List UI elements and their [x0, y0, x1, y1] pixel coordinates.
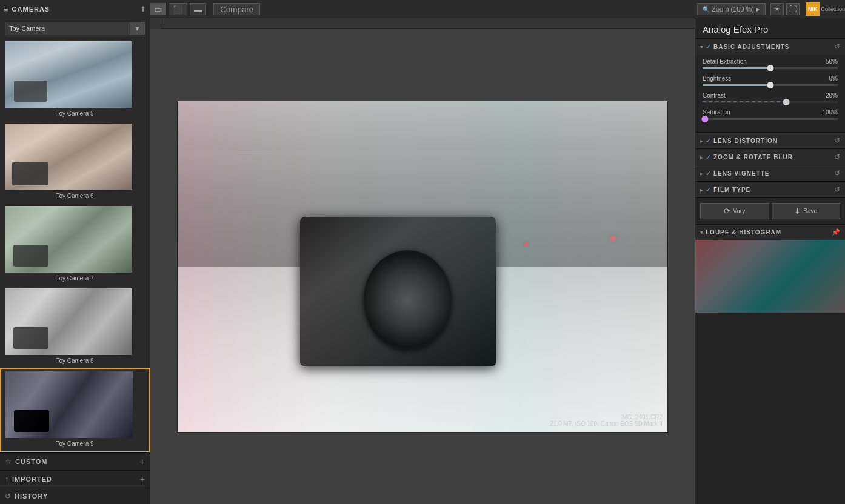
loupe-label: LOUPE & HISTOGRAM [706, 229, 832, 236]
custom-icon: ☆ [5, 457, 12, 466]
preset-thumb-cam5 [5, 41, 132, 108]
slider-contrast-handle[interactable] [783, 99, 790, 105]
slider-contrast-track[interactable] [703, 101, 838, 103]
zoom-display: 🔍 Zoom (100 %) ▸ [697, 3, 766, 15]
action-bar: ⟳ Vary ⬇ Save [695, 198, 845, 224]
slider-saturation-track[interactable] [703, 118, 838, 120]
view-split-h-btn[interactable]: ▬ [190, 3, 206, 15]
reset-basic-icon[interactable]: ↺ [834, 42, 840, 51]
slider-brightness-track[interactable] [703, 84, 838, 86]
save-btn[interactable]: ⬇ Save [772, 203, 841, 219]
chevron-right-icon-ld: ▸ [700, 138, 703, 144]
loupe-header: ▾ LOUPE & HISTOGRAM 📌 [695, 225, 845, 240]
slider-saturation-handle[interactable] [702, 116, 709, 122]
compare-btn[interactable]: Compare [213, 3, 260, 15]
sidebar-header: ≡ CAMERAS ⬆ [0, 5, 150, 14]
section-header-film-type[interactable]: ▸ ✓ FILM TYPE ↺ [695, 182, 845, 197]
reset-lv-icon[interactable]: ↺ [834, 169, 840, 177]
slider-detail-handle[interactable] [767, 65, 773, 71]
view-split-v-btn[interactable]: ⬛ [169, 3, 187, 15]
slider-detail-fill [703, 67, 770, 69]
sidebar-section-custom[interactable]: ☆ CUSTOM + [0, 453, 150, 470]
menu-icon[interactable]: ≡ [4, 5, 8, 14]
zoom-arrow[interactable]: ▸ [756, 5, 760, 13]
chevron-right-icon-lv: ▸ [700, 170, 703, 177]
check-icon-zr[interactable]: ✓ [706, 153, 711, 161]
section-film-type: ▸ ✓ FILM TYPE ↺ [695, 182, 845, 198]
chevron-right-icon-ft: ▸ [700, 187, 703, 193]
custom-label: CUSTOM [15, 458, 140, 465]
check-icon-lv[interactable]: ✓ [706, 170, 711, 177]
preset-label-cam8: Toy Camera 8 [5, 357, 145, 366]
chevron-right-icon-zr: ▸ [700, 154, 703, 161]
dropdown-arrow[interactable]: ▼ [130, 22, 145, 35]
check-icon-basic[interactable]: ✓ [706, 43, 711, 51]
loupe-preview [695, 240, 845, 313]
reset-ld-icon[interactable]: ↺ [834, 136, 840, 145]
top-bar-center: ▭ ⬛ ▬ Compare 🔍 Zoom (100 %) ▸ ☀ ⛶ NIK C… [150, 2, 845, 16]
slider-brightness-fill [703, 84, 770, 86]
slider-brightness-value: 0% [829, 75, 838, 82]
lens-distortion-label: LENS DISTORTION [713, 138, 832, 144]
preset-item-cam5[interactable]: Toy Camera 5 [0, 39, 150, 121]
preset-list: Toy Camera 5 Toy Camera 6 Toy Came [0, 39, 150, 452]
slider-contrast: Contrast 20% [703, 92, 838, 103]
imported-add-btn[interactable]: + [140, 474, 145, 484]
imported-icon: ↑ [5, 475, 8, 483]
sidebar-section-history[interactable]: ↺ HISTORY [0, 488, 150, 504]
vary-icon: ⟳ [724, 207, 730, 216]
section-lens-vignette: ▸ ✓ LENS VIGNETTE ↺ [695, 165, 845, 182]
reset-ft-icon[interactable]: ↺ [834, 185, 840, 194]
chevron-down-icon: ▾ [700, 44, 703, 50]
section-header-zoom-rotate[interactable]: ▸ ✓ ZOOM & ROTATE BLUR ↺ [695, 149, 845, 165]
panel-title: Analog Efex Pro [695, 18, 845, 39]
slider-brightness-name: Brightness [703, 75, 731, 82]
view-single-btn[interactable]: ▭ [150, 3, 166, 15]
basic-adj-label: BASIC ADJUSTMENTS [713, 44, 832, 50]
preset-item-cam7[interactable]: Toy Camera 7 [0, 204, 150, 286]
export-icon[interactable]: ⬆ [140, 5, 146, 13]
preset-thumb-cam9 [5, 371, 133, 438]
left-sidebar: Toy Camera ▼ Toy Camera 5 [0, 18, 150, 504]
save-label: Save [803, 208, 817, 214]
check-icon-ft[interactable]: ✓ [706, 186, 711, 194]
image-meta: 21.0 MP, ISO 100, Canon EOS 5D Mark II [550, 420, 663, 427]
light-icon-btn[interactable]: ☀ [770, 3, 784, 15]
basic-sliders: Detail Extraction 50% Brightness 0% [695, 55, 845, 132]
preset-dropdown[interactable]: Toy Camera [5, 22, 130, 35]
history-icon: ↺ [5, 492, 11, 500]
section-header-lens-distortion[interactable]: ▸ ✓ LENS DISTORTION ↺ [695, 133, 845, 148]
chevron-down-icon-loupe: ▾ [700, 229, 703, 236]
preset-item-cam9[interactable]: Toy Camera 9 [0, 368, 150, 452]
slider-contrast-value: 20% [826, 92, 838, 99]
preset-thumb-cam8 [5, 288, 132, 355]
nik-badge: NIK [806, 2, 820, 16]
preset-item-cam6[interactable]: Toy Camera 6 [0, 121, 150, 204]
custom-add-btn[interactable]: + [140, 457, 145, 466]
search-icon: 🔍 [703, 6, 710, 13]
slider-brightness-handle[interactable] [767, 82, 773, 88]
image-filename: IMG_2401.CR2 [550, 414, 663, 420]
check-icon-ld[interactable]: ✓ [706, 137, 711, 145]
preset-item-cam8[interactable]: Toy Camera 8 [0, 286, 150, 368]
section-header-lens-vignette[interactable]: ▸ ✓ LENS VIGNETTE ↺ [695, 165, 845, 181]
section-header-basic[interactable]: ▾ ✓ BASIC ADJUSTMENTS ↺ [695, 39, 845, 55]
preset-thumb-cam7 [5, 206, 132, 273]
preset-label-cam9: Toy Camera 9 [5, 440, 144, 449]
save-icon: ⬇ [794, 207, 801, 216]
lens-vignette-label: LENS VIGNETTE [713, 170, 832, 177]
zoom-label: Zoom (100 %) [712, 5, 754, 13]
slider-detail-extraction: Detail Extraction 50% [703, 58, 838, 69]
sidebar-section-imported[interactable]: ↑ IMPORTED + [0, 470, 150, 488]
main-image: IMG_2401.CR2 21.0 MP, ISO 100, Canon EOS… [177, 101, 668, 433]
slider-detail-value: 50% [826, 58, 838, 65]
slider-saturation-name: Saturation [703, 109, 730, 116]
preset-thumb-cam6 [5, 124, 132, 190]
reset-zr-icon[interactable]: ↺ [834, 153, 840, 161]
image-info: IMG_2401.CR2 21.0 MP, ISO 100, Canon EOS… [550, 414, 663, 427]
vary-btn[interactable]: ⟳ Vary [700, 203, 769, 219]
fullscreen-icon-btn[interactable]: ⛶ [786, 3, 800, 15]
history-label: HISTORY [15, 492, 145, 500]
pin-icon[interactable]: 📌 [832, 228, 840, 236]
slider-detail-track[interactable] [703, 67, 838, 69]
